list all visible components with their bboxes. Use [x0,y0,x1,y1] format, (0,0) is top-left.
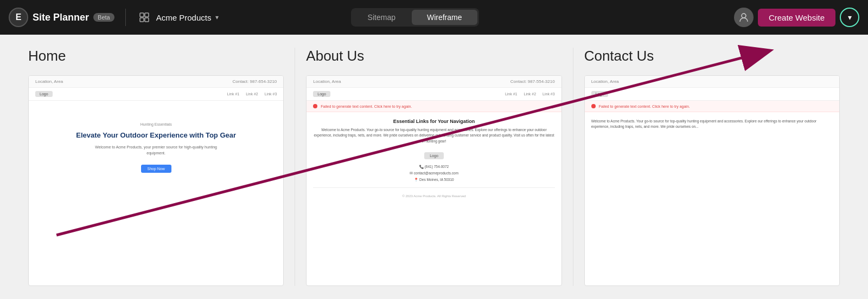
contact-preview: Location, Area Logo Failed to generate t… [584,75,840,286]
about-page-title: About Us [306,48,561,64]
contact-logo-bar: Logo [585,88,839,101]
svg-point-4 [742,14,746,18]
about-nav-link-2: Link #2 [524,92,537,96]
beta-badge: Beta [93,13,114,22]
tab-sitemap[interactable]: Sitemap [353,10,411,25]
home-page-title: Home [28,48,284,64]
about-logo: Logo [313,91,330,97]
header-divider-1 [125,9,126,26]
contact-body-text: Welcome to Acme Products. Your go-to sou… [591,119,833,129]
svg-rect-0 [140,13,144,17]
about-phone: 📞 (641) 754-0072 [419,165,449,169]
about-contact-info: 📞 (641) 754-0072 ✉ contact@acmeproducts.… [313,165,554,182]
app-name: Site Planner [33,12,89,23]
app-logo-icon: E [9,8,28,27]
home-nav-link-2: Link #2 [246,92,258,96]
contact-wf-header: Location, Area [585,76,839,88]
svg-rect-2 [145,13,149,17]
about-center-logo-wrap: Logo [313,150,554,165]
contact-error-dot-icon [591,104,596,108]
page-column-home: Home Location, Area Contact: 987-654-321… [17,48,295,286]
about-section-title: Essential Links for Your Navigation [313,119,554,124]
about-error-notice: Failed to generate text content. Click h… [307,101,561,112]
about-preview: Location, Area Contact: 987-554-3210 Log… [306,75,561,286]
svg-rect-1 [140,18,144,22]
about-content-section: Essential Links for Your Navigation Welc… [307,112,561,206]
home-nav-link-1: Link #1 [227,92,240,96]
create-website-dropdown-button[interactable]: ▾ [840,8,859,27]
home-logo: Logo [35,91,53,97]
about-divider [313,187,554,188]
shop-now-button[interactable]: Shop Now [141,165,171,173]
home-logo-bar: Logo Link #1 Link #2 Link #3 [29,88,283,101]
tab-wireframe[interactable]: Wireframe [412,10,477,25]
about-logo-bar: Logo Link #1 Link #2 Link #3 [307,88,561,101]
header-right-section: Create Website ▾ [734,8,859,27]
contact-location: Location, Area [591,79,619,84]
error-dot-icon [313,104,317,108]
create-website-button[interactable]: Create Website [758,9,835,27]
app-header: E Site Planner Beta Acme Products ▾ Site… [0,0,868,35]
contact-logo: Logo [591,91,609,97]
about-email: ✉ contact@acmeproducts.com [410,171,458,176]
user-avatar[interactable] [734,8,754,27]
page-column-about: About Us Location, Area Contact: 987-554… [295,48,572,286]
contact-content-section: Welcome to Acme Products. Your go-to sou… [585,112,839,136]
about-center-logo: Logo [424,152,444,159]
home-preview: Location, Area Contact: 987-654-3210 Log… [28,75,284,286]
project-name: Acme Products [156,13,212,22]
about-contact: Contact: 987-554-3210 [510,79,555,84]
about-nav-link-1: Link #1 [505,92,518,96]
main-content: Home Location, Area Contact: 987-654-321… [0,35,868,299]
about-error-text: Failed to generate text content. Click h… [321,105,412,108]
about-nav-link-3: Link #3 [542,92,555,96]
project-selector[interactable]: Acme Products ▾ [137,10,219,25]
about-footer: © 2023 Acme Products. All Rights Reserve… [313,192,554,200]
home-location: Location, Area [35,79,63,84]
contact-error-notice: Failed to generate text content. Click h… [585,101,839,112]
logo-area: E Site Planner Beta [9,8,114,27]
home-contact: Contact: 987-654-3210 [232,79,277,84]
svg-rect-3 [145,18,149,22]
home-nav-links: Link #1 Link #2 Link #3 [227,92,277,96]
contact-error-text: Failed to generate text content. Click h… [599,105,690,108]
project-icon [137,10,152,25]
home-hero-text: Welcome to Acme Products, your premier s… [86,145,227,156]
home-nav-link-3: Link #3 [265,92,277,96]
home-hero-title: Elevate Your Outdoor Experience with Top… [40,131,272,140]
about-body-text: Welcome to Acme Products. Your go-to sou… [313,127,554,144]
page-column-contact: Contact Us Location, Area Logo Failed to… [573,48,851,286]
project-chevron-icon: ▾ [215,14,219,21]
about-wf-header: Location, Area Contact: 987-554-3210 [307,76,561,88]
view-toggle: Sitemap Wireframe [351,8,479,27]
contact-page-title: Contact Us [584,48,840,64]
home-hero-section: Hunting Essentials Elevate Your Outdoor … [29,101,283,184]
about-nav-links: Link #1 Link #2 Link #3 [505,92,555,96]
home-category: Hunting Essentials [40,122,272,126]
about-location: Location, Area [313,79,341,84]
about-address: 📍 Des Moines, IA 50310 [414,178,454,182]
home-wf-header: Location, Area Contact: 987-654-3210 [29,76,283,88]
